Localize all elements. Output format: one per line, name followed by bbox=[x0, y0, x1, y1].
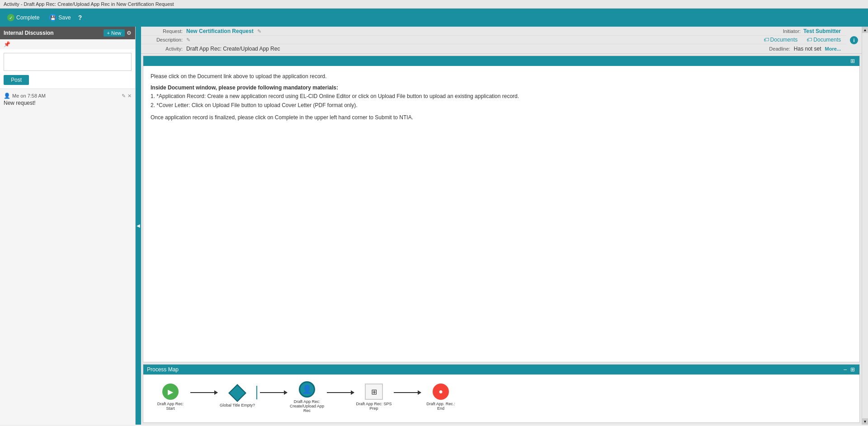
save-label: Save bbox=[58, 14, 71, 21]
discussion-actions: ✎ ✕ bbox=[122, 93, 132, 99]
instruction-3: 1. *Application Record: Create a new app… bbox=[151, 92, 852, 101]
help-button[interactable]: ? bbox=[78, 14, 82, 21]
sidebar-settings-button[interactable]: ⚙ bbox=[127, 30, 132, 36]
pin-area: 📌 bbox=[0, 39, 135, 49]
activity-label: Activity: bbox=[146, 46, 183, 51]
deadline-value: Has not set bbox=[794, 46, 821, 52]
process-map-title: Process Map bbox=[147, 366, 179, 373]
description-edit-icon[interactable]: ✎ bbox=[186, 37, 190, 43]
documents-icon-1: 🏷 bbox=[764, 37, 769, 43]
arrow-4 bbox=[394, 392, 421, 393]
right-scrollbar: ▲ ▼ bbox=[862, 27, 868, 425]
more-link[interactable]: More... bbox=[825, 46, 841, 51]
active-node-label: Draft App Rec: Create/Upload App Rec bbox=[289, 399, 325, 413]
main-content-panel: ⊞ Please click on the Document link abov… bbox=[143, 56, 860, 362]
description-label: Description: bbox=[146, 37, 183, 42]
process-node-end: ● Draft App. Rec.: End bbox=[423, 384, 459, 411]
discussion-item-header: 👤 Me on 7:58 AM ✎ ✕ bbox=[4, 93, 132, 99]
pin-icon: 📌 bbox=[4, 41, 10, 47]
window-title: Activity - Draft App Rec: Create/Upload … bbox=[4, 1, 174, 7]
box-node-label: Draft App Rec: SPS Prep bbox=[356, 402, 392, 411]
initiator-label: Initiator: bbox=[764, 28, 801, 34]
end-node-icon: ● bbox=[433, 384, 449, 400]
scroll-down-button[interactable]: ▼ bbox=[862, 418, 868, 425]
collapse-sidebar-button[interactable]: ◀ bbox=[136, 27, 141, 425]
documents-link-1[interactable]: 🏷 Documents bbox=[764, 37, 798, 43]
sidebar: Internal Discussion + New ⚙ 📌 Post bbox=[0, 27, 136, 425]
documents-link-2[interactable]: 🏷 Documents bbox=[807, 37, 841, 43]
start-node-label: Draft App Rec: Start bbox=[155, 402, 186, 411]
save-icon: 💾 bbox=[49, 14, 57, 21]
edit-discussion-button[interactable]: ✎ bbox=[122, 93, 126, 99]
instruction-4: 2. *Cover Letter: Click on Upload File b… bbox=[151, 101, 852, 110]
deadline-label: Deadline: bbox=[754, 46, 790, 51]
vertical-line bbox=[256, 386, 257, 399]
complete-label: Complete bbox=[16, 14, 39, 21]
diamond-node-label: Global Title Empty? bbox=[220, 403, 255, 407]
documents-label-1: Documents bbox=[770, 37, 798, 43]
scroll-up-button[interactable]: ▲ bbox=[862, 27, 868, 33]
documents-icon-2: 🏷 bbox=[807, 37, 812, 43]
title-bar: Activity - Draft App Rec: Create/Upload … bbox=[0, 0, 868, 9]
arrow-3 bbox=[327, 392, 354, 393]
process-map: Process Map – ⊞ ▶ Draft App Rec: Start bbox=[143, 364, 860, 423]
help-label: ? bbox=[78, 14, 82, 21]
complete-icon: ✓ bbox=[7, 14, 14, 21]
process-map-controls: – ⊞ bbox=[843, 366, 856, 373]
toolbar: ✓ Complete 💾 Save ? bbox=[0, 9, 868, 27]
initiator-value[interactable]: Test Submitter bbox=[803, 28, 841, 34]
author-icon: 👤 bbox=[4, 93, 10, 99]
info-icon[interactable]: i bbox=[850, 36, 858, 44]
content-area: Request: New Certification Request ✎ Ini… bbox=[141, 27, 862, 425]
discussion-message: New request! bbox=[4, 100, 132, 106]
sidebar-body: 📌 Post 👤 Me on 7:58 AM ✎ bbox=[0, 39, 135, 425]
documents-label-2: Documents bbox=[813, 37, 841, 43]
box-node-icon: ⊞ bbox=[365, 384, 383, 400]
discussion-list: 👤 Me on 7:58 AM ✎ ✕ New request! bbox=[0, 89, 135, 425]
save-button[interactable]: 💾 Save bbox=[47, 13, 73, 23]
process-node-box: ⊞ Draft App Rec: SPS Prep bbox=[356, 384, 392, 411]
panel-header: ⊞ bbox=[143, 56, 859, 66]
process-map-content: ▶ Draft App Rec: Start Global Title Empt… bbox=[143, 375, 859, 420]
process-node-start: ▶ Draft App Rec: Start bbox=[152, 384, 189, 411]
arrow-2 bbox=[260, 392, 287, 393]
discussion-item: 👤 Me on 7:58 AM ✎ ✕ New request! bbox=[4, 93, 132, 106]
new-discussion-button[interactable]: + New bbox=[104, 29, 125, 37]
arrow-1 bbox=[190, 392, 217, 393]
complete-button[interactable]: ✓ Complete bbox=[5, 13, 42, 23]
panel-content: Please click on the Document link above … bbox=[143, 66, 859, 362]
discussion-author: 👤 Me on 7:58 AM bbox=[4, 93, 46, 99]
activity-value: Draft App Rec: Create/Upload App Rec bbox=[186, 46, 280, 52]
sidebar-header: Internal Discussion + New ⚙ bbox=[0, 27, 135, 39]
active-node-icon: 👤 bbox=[299, 381, 315, 398]
instruction-5: Once application record is finalized, pl… bbox=[151, 113, 852, 122]
sidebar-header-actions: + New ⚙ bbox=[104, 29, 132, 37]
request-link[interactable]: New Certification Request bbox=[186, 28, 254, 34]
request-edit-icon[interactable]: ✎ bbox=[257, 28, 261, 34]
discussion-author-name: Me on 7:58 AM bbox=[12, 93, 46, 98]
message-input[interactable] bbox=[4, 53, 132, 71]
start-node-icon: ▶ bbox=[162, 384, 179, 400]
message-input-area: Post bbox=[0, 49, 135, 89]
main-layout: Internal Discussion + New ⚙ 📌 Post bbox=[0, 27, 868, 425]
process-map-minimize-button[interactable]: – bbox=[843, 366, 848, 373]
instruction-2: Inside Document window, please provide f… bbox=[151, 84, 852, 92]
info-bar: Request: New Certification Request ✎ Ini… bbox=[141, 27, 862, 54]
sidebar-title: Internal Discussion bbox=[4, 30, 54, 36]
process-node-diamond: Global Title Empty? bbox=[219, 387, 255, 407]
instruction-1: Please click on the Document link above … bbox=[151, 72, 852, 81]
process-map-maximize-button[interactable]: ⊞ bbox=[849, 366, 856, 373]
end-node-label: Draft App. Rec.: End bbox=[425, 402, 457, 411]
post-button[interactable]: Post bbox=[4, 75, 29, 85]
request-label: Request: bbox=[146, 28, 183, 34]
panel-maximize-button[interactable]: ⊞ bbox=[849, 58, 856, 64]
process-map-header: Process Map – ⊞ bbox=[143, 365, 859, 375]
delete-discussion-button[interactable]: ✕ bbox=[127, 93, 132, 99]
process-node-active: 👤 Draft App Rec: Create/Upload App Rec bbox=[289, 381, 325, 413]
